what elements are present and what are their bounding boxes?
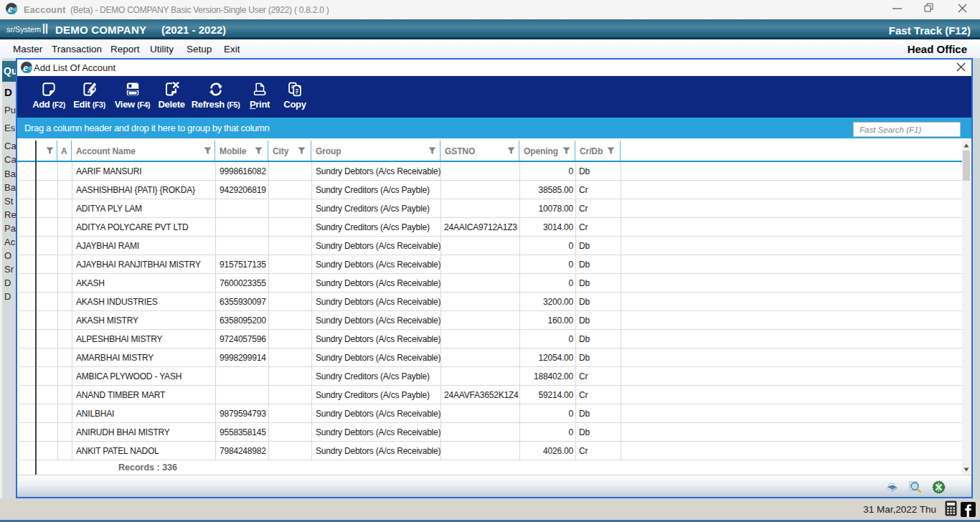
svg-text:e: e — [8, 3, 13, 14]
svg-text:e: e — [23, 62, 28, 73]
